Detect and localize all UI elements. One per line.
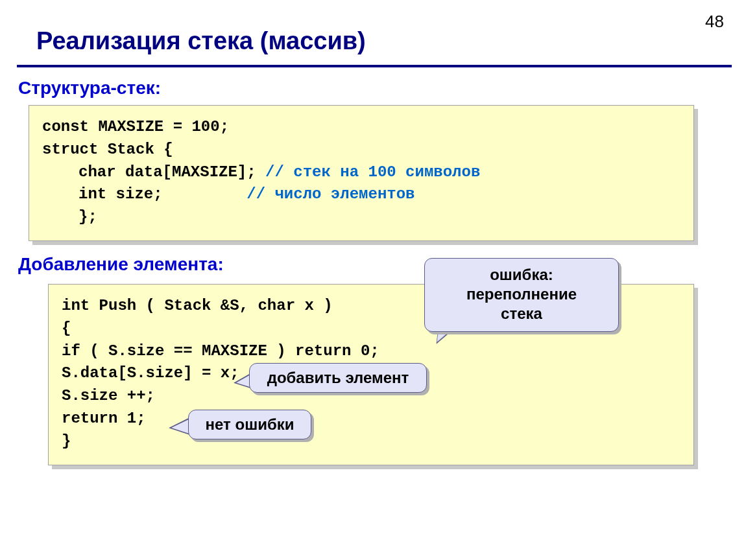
code-line: char data[MAXSIZE]; // стек на 100 симво… [42,161,680,184]
callout-text-line: переполнение [433,285,610,304]
code-line: }; [42,206,680,229]
callout-text-line: ошибка: [433,265,610,285]
code-line: const MAXSIZE = 100; [42,116,680,139]
code-line: struct Stack { [42,139,680,161]
callout-add-element: добавить элемент [249,363,427,393]
callout-no-error: нет ошибки [188,410,311,439]
section-heading-push: Добавление элемента: [18,254,224,275]
code-line: int size; // число элементов [42,183,680,206]
code-block-struct: const MAXSIZE = 100; struct Stack { char… [29,105,694,241]
callout-overflow: ошибка: переполнение стека [424,258,619,332]
slide-title: Реализация стека (массив) [36,27,366,55]
code-line: return 1; [62,408,680,430]
title-underline [17,65,732,67]
code-line: if ( S.size == MAXSIZE ) return 0; [62,340,680,363]
callout-text-line: стека [433,304,610,323]
section-heading-struct: Структура-стек: [18,78,161,99]
code-line: } [62,430,680,453]
page-number: 48 [705,12,724,32]
